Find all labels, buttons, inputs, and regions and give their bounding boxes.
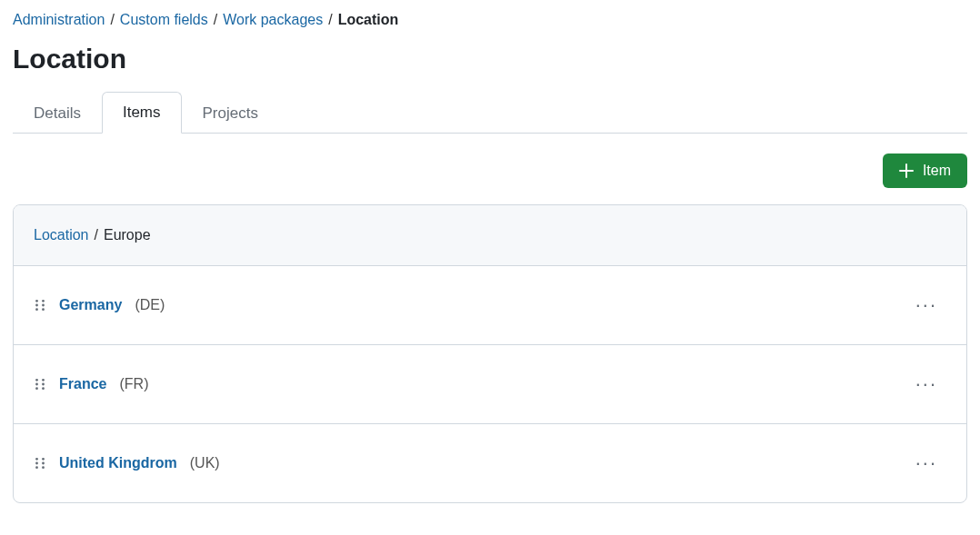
svg-point-15 — [42, 458, 45, 461]
row-actions-button[interactable]: ··· — [906, 371, 946, 398]
items-panel: Location / Europe Germany (DE) ··· Franc… — [13, 204, 967, 503]
row-actions-button[interactable]: ··· — [906, 450, 946, 477]
row-actions-button[interactable]: ··· — [906, 292, 946, 319]
svg-point-11 — [42, 383, 45, 386]
list-item: France (FR) ··· — [14, 345, 966, 424]
breadcrumb-link-custom-fields[interactable]: Custom fields — [120, 9, 208, 31]
breadcrumb-separator: / — [110, 9, 114, 31]
svg-point-14 — [35, 458, 38, 461]
svg-point-19 — [42, 466, 45, 469]
breadcrumb-separator: / — [95, 227, 98, 243]
list-item: United Kingdrom (UK) ··· — [14, 424, 966, 502]
svg-point-8 — [35, 379, 38, 381]
svg-point-9 — [42, 379, 45, 381]
svg-point-4 — [35, 304, 38, 307]
svg-point-13 — [42, 387, 45, 390]
panel-breadcrumb-root[interactable]: Location — [34, 227, 89, 243]
add-item-button[interactable]: Item — [883, 154, 967, 188]
breadcrumb-separator: / — [214, 9, 217, 31]
panel-breadcrumb: Location / Europe — [14, 205, 966, 266]
item-name-link[interactable]: France — [59, 376, 106, 392]
drag-handle-icon[interactable] — [34, 457, 46, 470]
more-icon: ··· — [915, 453, 937, 473]
item-code: (FR) — [119, 376, 148, 392]
svg-point-2 — [35, 300, 38, 302]
svg-point-18 — [35, 466, 38, 469]
breadcrumb: Administration / Custom fields / Work pa… — [13, 9, 967, 31]
item-code: (DE) — [135, 297, 165, 313]
more-icon: ··· — [915, 374, 937, 394]
svg-point-12 — [35, 387, 38, 390]
breadcrumb-separator: / — [328, 9, 332, 31]
svg-point-3 — [42, 300, 45, 302]
item-code: (UK) — [190, 455, 220, 471]
svg-point-16 — [35, 462, 38, 465]
panel-breadcrumb-current: Europe — [104, 227, 151, 243]
plus-icon — [899, 163, 914, 178]
item-name-link[interactable]: Germany — [59, 297, 122, 313]
svg-point-10 — [35, 383, 38, 386]
list-item: Germany (DE) ··· — [14, 266, 966, 345]
tab-projects[interactable]: Projects — [182, 93, 279, 134]
breadcrumb-current: Location — [338, 9, 399, 31]
drag-handle-icon[interactable] — [34, 378, 46, 391]
drag-handle-icon[interactable] — [34, 299, 46, 312]
item-name-link[interactable]: United Kingdrom — [59, 455, 177, 471]
tab-details[interactable]: Details — [13, 93, 102, 134]
breadcrumb-link-administration[interactable]: Administration — [13, 9, 105, 31]
tabs: Details Items Projects — [13, 91, 967, 134]
add-item-button-label: Item — [923, 163, 951, 179]
breadcrumb-link-work-packages[interactable]: Work packages — [223, 9, 323, 31]
more-icon: ··· — [915, 295, 937, 315]
tab-items[interactable]: Items — [102, 92, 182, 134]
svg-point-6 — [35, 308, 38, 311]
toolbar: Item — [13, 154, 967, 188]
svg-point-17 — [42, 462, 45, 465]
svg-point-7 — [42, 308, 45, 311]
svg-point-5 — [42, 304, 45, 307]
page-title: Location — [13, 44, 967, 74]
